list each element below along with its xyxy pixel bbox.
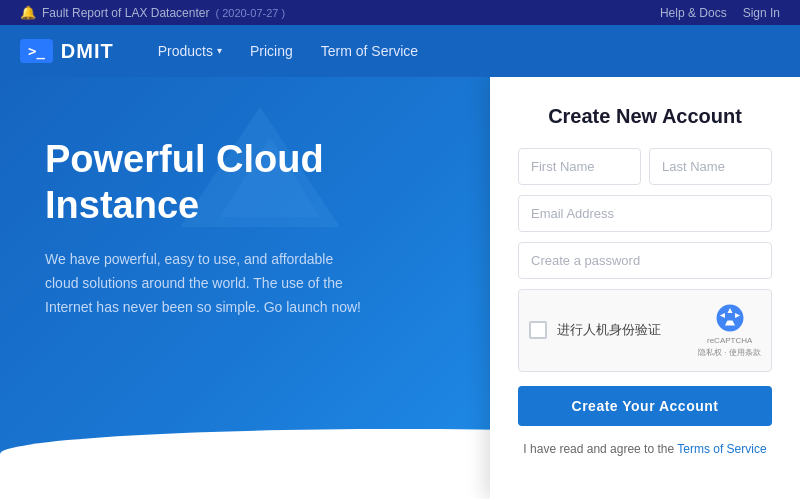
recaptcha-label: 进行人机身份验证 [557, 321, 661, 339]
recaptcha-left: 进行人机身份验证 [529, 321, 661, 339]
name-row [518, 148, 772, 185]
hero-description: We have powerful, easy to use, and affor… [45, 248, 365, 319]
recaptcha-brand-text: reCAPTCHA [707, 336, 752, 346]
announcement-text: Fault Report of LAX Datacenter [42, 6, 209, 20]
chevron-down-icon: ▾ [217, 25, 222, 77]
logo-icon: >_ [20, 39, 53, 63]
last-name-field[interactable] [649, 148, 772, 185]
navbar: >_ DMIT Products ▾ Pricing Term of Servi… [0, 25, 800, 77]
nav-links: Products ▾ Pricing Term of Service [144, 25, 780, 77]
terms-agreement: I have read and agree to the Terms of Se… [518, 440, 772, 458]
recaptcha-checkbox[interactable] [529, 321, 547, 339]
announcement-left: 🔔 Fault Report of LAX Datacenter ( 2020-… [20, 5, 285, 20]
logo-text: DMIT [61, 40, 114, 63]
nav-terms[interactable]: Term of Service [307, 25, 432, 77]
password-field[interactable] [518, 242, 772, 279]
recaptcha-logo-icon [714, 302, 746, 334]
form-title: Create New Account [518, 105, 772, 128]
nav-products[interactable]: Products ▾ [144, 25, 236, 77]
first-name-field[interactable] [518, 148, 641, 185]
hero-section: Powerful Cloud Instance We have powerful… [0, 77, 420, 499]
email-field[interactable] [518, 195, 772, 232]
announcement-right: Help & Docs Sign In [660, 6, 780, 20]
recaptcha-privacy-text: 隐私权 · 使用条款 [698, 348, 761, 358]
signup-form-panel: Create New Account 进行人机身份验证 reCAP [490, 77, 800, 499]
recaptcha-right: reCAPTCHA 隐私权 · 使用条款 [698, 302, 761, 359]
announcement-date: ( 2020-07-27 ) [215, 7, 285, 19]
sign-in-link[interactable]: Sign In [743, 6, 780, 20]
nav-pricing[interactable]: Pricing [236, 25, 307, 77]
announcement-bar: 🔔 Fault Report of LAX Datacenter ( 2020-… [0, 0, 800, 25]
create-account-button[interactable]: Create Your Account [518, 386, 772, 426]
terms-of-service-link[interactable]: Terms of Service [677, 442, 766, 456]
hero-title: Powerful Cloud Instance [45, 137, 390, 228]
recaptcha-widget[interactable]: 进行人机身份验证 reCAPTCHA 隐私权 · 使用条款 [518, 289, 772, 372]
bell-icon: 🔔 [20, 5, 36, 20]
main-content: Powerful Cloud Instance We have powerful… [0, 77, 800, 499]
help-docs-link[interactable]: Help & Docs [660, 6, 727, 20]
logo: >_ DMIT [20, 39, 114, 63]
